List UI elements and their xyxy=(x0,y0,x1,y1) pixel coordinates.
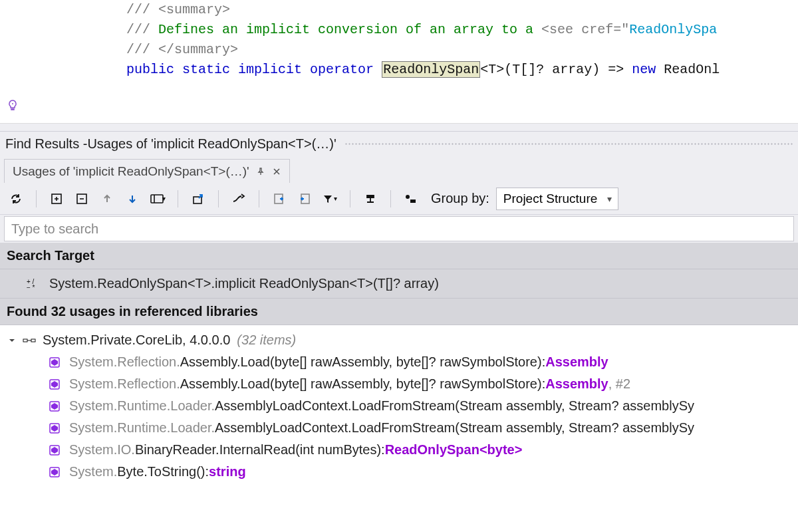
next-button[interactable] xyxy=(123,190,142,208)
read-access-button[interactable] xyxy=(361,190,380,208)
merge-button[interactable] xyxy=(229,190,248,208)
cref-value: ReadOnlySpa xyxy=(629,22,717,37)
see-tag: <see xyxy=(541,22,581,37)
expand-all-button[interactable] xyxy=(47,190,66,208)
svg-point-7 xyxy=(406,195,410,199)
usage-row[interactable]: System.Byte.ToString():string xyxy=(0,461,798,483)
method-icon xyxy=(48,466,61,479)
doc-comment-prefix: /// xyxy=(126,22,158,37)
svg-point-0 xyxy=(12,103,13,104)
svg-rect-8 xyxy=(410,200,416,203)
method-icon xyxy=(48,422,61,435)
svg-rect-3 xyxy=(151,195,163,203)
svg-rect-4 xyxy=(194,197,201,203)
results-tab[interactable]: Usages of 'implicit ReadOnlySpan<T>(…)' xyxy=(4,159,290,183)
assembly-count: (32 items) xyxy=(237,332,296,348)
operator-icon: + /− * xyxy=(27,278,40,290)
kw-implicit: implicit xyxy=(238,62,302,77)
panel-title-prefix: Find Results - xyxy=(5,136,87,152)
found-header: Found 32 usages in referenced libraries xyxy=(0,299,798,325)
tab-label: Usages of 'implicit ReadOnlySpan<T>(…)' xyxy=(13,164,249,179)
usage-row[interactable]: System.IO.BinaryReader.InternalRead(int … xyxy=(0,439,798,461)
results-tree[interactable]: System.Private.CoreLib, 4.0.0.0 (32 item… xyxy=(0,325,798,532)
signature: (T[]? array) => xyxy=(504,62,632,77)
method-icon xyxy=(48,356,61,369)
import-button[interactable] xyxy=(270,190,289,208)
doc-comment-prefix: /// xyxy=(126,42,158,57)
usage-row[interactable]: System.Reflection.Assembly.Load(byte[] r… xyxy=(0,373,798,395)
usage-row[interactable]: System.Runtime.Loader.AssemblyLoadContex… xyxy=(0,395,798,417)
editor-bottom-strip xyxy=(0,123,798,131)
filter-button[interactable]: ▾ xyxy=(321,190,339,208)
usage-row[interactable]: System.Reflection.Assembly.Load(byte[] r… xyxy=(0,351,798,373)
assembly-icon xyxy=(23,336,36,345)
search-target-text: System.ReadOnlySpan<T>.implicit ReadOnly… xyxy=(49,276,439,291)
type-readonlyspan[interactable]: ReadOnlySpan xyxy=(382,61,480,78)
grip-dots[interactable] xyxy=(344,142,793,146)
search-target-row[interactable]: + /− * System.ReadOnlySpan<T>.implicit R… xyxy=(0,269,798,299)
kw-static: static xyxy=(182,62,230,77)
kw-new: new xyxy=(632,62,656,77)
cref-attr: cref xyxy=(581,22,613,37)
kw-public: public xyxy=(126,62,174,77)
summary-open-tag: <summary> xyxy=(158,2,230,17)
show-preview-button[interactable]: ▾ xyxy=(148,190,167,208)
refresh-button[interactable] xyxy=(7,190,25,208)
expander-icon[interactable] xyxy=(8,336,16,344)
code-editor[interactable]: /// <summary> /// Defines an implicit co… xyxy=(0,0,798,123)
method-icon xyxy=(48,378,61,391)
groupby-label: Group by: xyxy=(431,191,489,206)
search-input[interactable] xyxy=(4,216,794,241)
doc-comment-text: Defines an implicit conversion of an arr… xyxy=(158,22,541,37)
pin-icon[interactable] xyxy=(256,167,265,176)
close-icon[interactable] xyxy=(272,167,281,176)
results-tabstrip: Usages of 'implicit ReadOnlySpan<T>(…)' xyxy=(0,156,798,183)
lightbulb-icon[interactable] xyxy=(5,98,20,113)
export2-button[interactable] xyxy=(295,190,314,208)
method-icon xyxy=(48,400,61,413)
method-icon xyxy=(48,444,61,457)
kw-operator: operator xyxy=(310,62,374,77)
group-flat-button[interactable] xyxy=(402,190,420,208)
search-target-header: Search Target xyxy=(0,243,798,269)
usage-row[interactable]: System.Runtime.Loader.AssemblyLoadContex… xyxy=(0,417,798,439)
prev-button[interactable] xyxy=(98,190,116,208)
results-toolbar: ▾ ▾ Group by: Project Structure xyxy=(0,183,798,215)
assembly-node[interactable]: System.Private.CoreLib, 4.0.0.0 (32 item… xyxy=(0,329,798,351)
collapse-all-button[interactable] xyxy=(72,190,91,208)
doc-comment-prefix: /// xyxy=(126,2,158,17)
find-results-title-bar: Find Results - Usages of 'implicit ReadO… xyxy=(0,131,798,156)
groupby-select[interactable]: Project Structure xyxy=(496,188,618,210)
panel-title-name: Usages of 'implicit ReadOnlySpan<T>(…)' xyxy=(87,136,336,152)
svg-text:− *: − * xyxy=(27,284,35,290)
svg-rect-11 xyxy=(23,339,27,342)
summary-close-tag: </summary> xyxy=(158,42,238,57)
export-button[interactable] xyxy=(189,190,207,208)
assembly-name: System.Private.CoreLib, 4.0.0.0 xyxy=(43,332,230,348)
svg-rect-12 xyxy=(31,339,35,342)
